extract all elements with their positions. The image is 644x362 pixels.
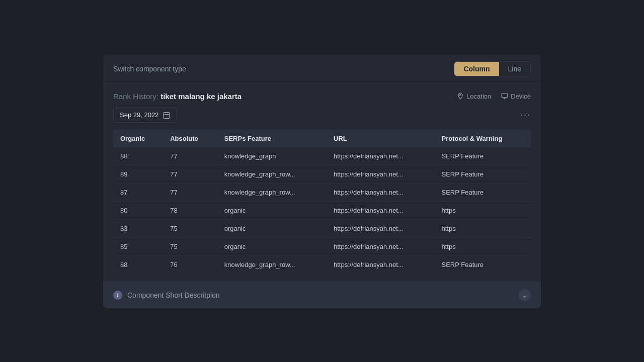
svg-point-0 [460,95,461,96]
cell-5-4: https [434,237,531,255]
desc-label: Component Short Descritpion [127,291,220,299]
data-table: Organic Absolute SERPs Feature URL Proto… [113,130,531,274]
cell-4-2: organic [217,219,327,237]
cell-6-1: 76 [163,255,217,274]
cell-3-4: https [434,201,531,219]
more-options[interactable]: ··· [520,110,531,120]
col-url: URL [327,130,434,147]
cell-3-3: https://defriansyah.net... [327,201,434,219]
cell-4-4: https [434,219,531,237]
cell-5-2: organic [217,237,327,255]
table-row: 8777knowledge_graph_row...https://defria… [113,183,531,201]
monitor-icon [501,93,508,100]
chevron-down-icon[interactable]: ⌄ [519,289,531,301]
table-row: 8876knowledge_graph_row...https://defria… [113,255,531,274]
pin-icon [457,93,464,100]
cell-1-3: https://defriansyah.net... [327,165,434,183]
description-bar[interactable]: i Component Short Descritpion ⌄ [103,282,541,308]
col-organic: Organic [113,130,163,147]
cell-3-2: organic [217,201,327,219]
line-button[interactable]: Line [499,62,530,76]
rank-title: Rank History: tiket malang ke jakarta [113,92,242,101]
col-serps: SERPs Feature [217,130,327,147]
cell-2-2: knowledge_graph_row... [217,183,327,201]
location-button[interactable]: Location [457,93,491,100]
cell-2-1: 77 [163,183,217,201]
table-row: 8375organichttps://defriansyah.net...htt… [113,219,531,237]
desc-left: i Component Short Descritpion [113,291,220,300]
column-button[interactable]: Column [454,62,499,76]
cell-6-3: https://defriansyah.net... [327,255,434,274]
cell-1-0: 89 [113,165,163,183]
cell-6-4: SERP Feature [434,255,531,274]
cell-3-0: 80 [113,201,163,219]
cell-0-0: 88 [113,147,163,165]
cell-4-1: 75 [163,219,217,237]
cell-2-3: https://defriansyah.net... [327,183,434,201]
table-header-row: Organic Absolute SERPs Feature URL Proto… [113,130,531,147]
cell-0-1: 77 [163,147,217,165]
cell-6-2: knowledge_graph_row... [217,255,327,274]
cell-4-0: 83 [113,219,163,237]
cell-2-4: SERP Feature [434,183,531,201]
cell-0-4: SERP Feature [434,147,531,165]
switch-label: Switch component type [113,65,186,73]
col-absolute: Absolute [163,130,217,147]
cell-1-4: SERP Feature [434,165,531,183]
cell-4-3: https://defriansyah.net... [327,219,434,237]
col-protocol: Protocol & Warning [434,130,531,147]
date-picker[interactable]: Sep 29, 2022 [113,108,177,123]
date-value: Sep 29, 2022 [120,111,158,119]
cell-2-0: 87 [113,183,163,201]
cell-5-1: 75 [163,237,217,255]
table-header: Organic Absolute SERPs Feature URL Proto… [113,130,531,147]
table-row: 8877knowledge_graphhttps://defriansyah.n… [113,147,531,165]
calendar-icon [163,111,171,119]
cell-0-2: knowledge_graph [217,147,327,165]
rank-prefix: Rank History: [113,92,158,101]
table-body: 8877knowledge_graphhttps://defriansyah.n… [113,147,531,274]
date-row: Sep 29, 2022 ··· [113,108,531,123]
cell-3-1: 78 [163,201,217,219]
svg-rect-2 [164,112,170,118]
content-area: Rank History: tiket malang ke jakarta Lo… [103,84,541,282]
rank-actions: Location Device [457,93,531,100]
rank-header: Rank History: tiket malang ke jakarta Lo… [113,92,531,101]
cell-5-3: https://defriansyah.net... [327,237,434,255]
table-row: 8977knowledge_graph_row...https://defria… [113,165,531,183]
table-row: 8575organichttps://defriansyah.net...htt… [113,237,531,255]
info-icon: i [113,291,122,300]
svg-rect-1 [502,94,508,98]
cell-1-2: knowledge_graph_row... [217,165,327,183]
device-label: Device [511,93,531,100]
cell-0-3: https://defriansyah.net... [327,147,434,165]
rank-keyword: tiket malang ke jakarta [160,92,242,101]
device-button[interactable]: Device [501,93,531,100]
top-bar: Switch component type Column Line [103,54,541,84]
switch-buttons: Column Line [454,61,531,76]
main-container: Switch component type Column Line Rank H… [103,54,541,308]
table-row: 8078organichttps://defriansyah.net...htt… [113,201,531,219]
location-label: Location [466,93,491,100]
cell-6-0: 88 [113,255,163,274]
cell-1-1: 77 [163,165,217,183]
cell-5-0: 85 [113,237,163,255]
